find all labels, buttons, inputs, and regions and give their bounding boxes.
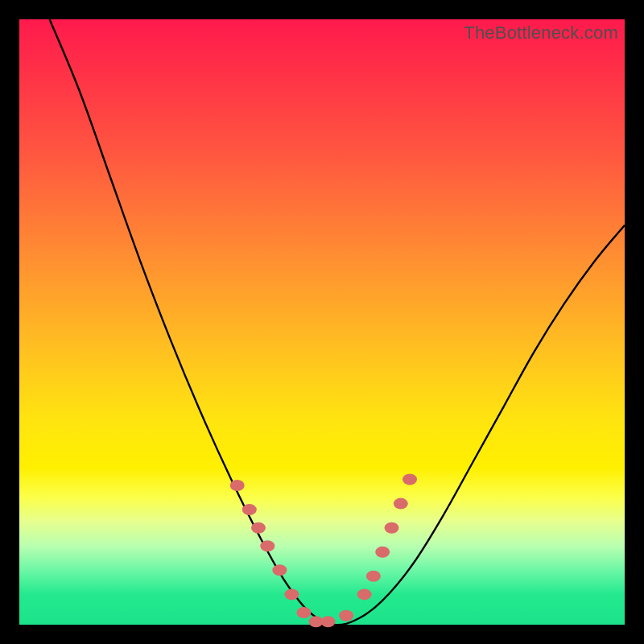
curve-marker [385,522,399,534]
curve-marker [339,610,353,621]
chart-frame: TheBottleneck.com [0,0,644,644]
plot-area: TheBottleneck.com [19,19,625,625]
curve-layer [19,19,625,625]
bottleneck-curve [50,19,625,625]
curve-marker [375,547,390,558]
curve-marker [402,474,417,485]
curve-marker [242,504,257,515]
curve-marker [296,607,311,618]
curve-marker [366,571,381,582]
curve-marker [394,498,408,510]
curve-marker [230,480,245,491]
curve-marker [357,588,372,600]
curve-marker [260,540,275,551]
curve-marker [321,616,336,627]
curve-marker [272,564,287,576]
curve-marker [284,588,299,600]
curve-marker [251,522,266,534]
